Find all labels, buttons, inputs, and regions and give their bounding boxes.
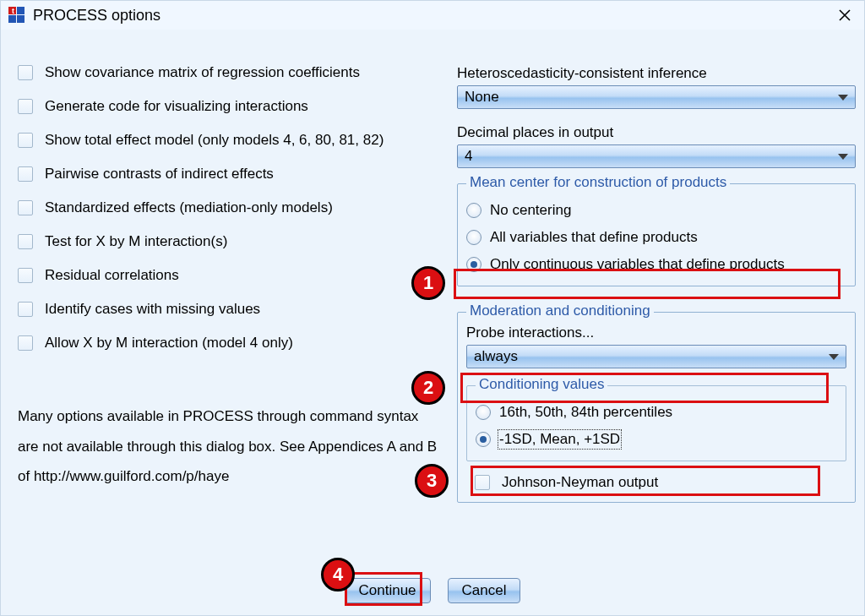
close-icon — [838, 8, 851, 22]
right-column: Heteroscedasticity-consistent inference … — [457, 63, 856, 503]
radio-continuous-vars[interactable]: Only continuous variables that define pr… — [466, 255, 846, 274]
check-pairwise[interactable]: Pairwise contrasts of indirect effects — [18, 165, 440, 183]
syntax-note: Many options available in PROCESS throug… — [18, 401, 440, 492]
check-covariance[interactable]: Show covariance matrix of regression coe… — [18, 63, 440, 82]
checkbox[interactable] — [18, 335, 33, 351]
check-standardized[interactable]: Standardized effects (mediation-only mod… — [18, 199, 440, 217]
probe-value: always — [474, 348, 518, 365]
close-button[interactable] — [830, 3, 859, 27]
svg-rect-2 — [8, 15, 16, 23]
probe-label: Probe interactions... — [466, 324, 846, 341]
titlebar: t PROCESS options — [1, 1, 864, 30]
checkbox[interactable] — [18, 133, 33, 148]
check-viz-code[interactable]: Generate code for visualizing interactio… — [18, 97, 440, 116]
dialog-title: PROCESS options — [33, 7, 830, 25]
checkbox[interactable] — [475, 475, 490, 490]
conditioning-values-group: Conditioning values 16th, 50th, 84th per… — [466, 385, 846, 461]
continue-button[interactable]: Continue — [345, 578, 431, 603]
decimal-label: Decimal places in output — [457, 124, 856, 141]
checkbox[interactable] — [18, 234, 33, 249]
radio-all-vars[interactable]: All variables that define products — [466, 228, 846, 247]
check-total-effect[interactable]: Show total effect model (only models 4, … — [18, 131, 440, 150]
radio-icon[interactable] — [466, 203, 481, 218]
check-xm-interaction-test[interactable]: Test for X by M interaction(s) — [18, 232, 440, 251]
checkbox[interactable] — [18, 99, 33, 114]
checkbox[interactable] — [18, 166, 33, 182]
conditioning-legend: Conditioning values — [476, 376, 607, 393]
chevron-down-icon — [838, 89, 848, 106]
radio-icon[interactable] — [476, 405, 491, 420]
hc-dropdown[interactable]: None — [457, 85, 856, 109]
mean-center-legend: Mean center for construction of products — [466, 174, 730, 191]
checkbox[interactable] — [18, 200, 33, 215]
checkbox[interactable] — [18, 302, 33, 317]
radio-icon[interactable] — [466, 257, 481, 272]
dialog-body: Show covariance matrix of regression coe… — [1, 30, 864, 503]
probe-dropdown[interactable]: always — [466, 345, 846, 368]
check-missing[interactable]: Identify cases with missing values — [18, 300, 440, 319]
cancel-button[interactable]: Cancel — [448, 578, 521, 603]
decimal-dropdown[interactable]: 4 — [457, 144, 856, 168]
chevron-down-icon — [829, 348, 839, 365]
svg-marker-7 — [838, 95, 848, 101]
moderation-legend: Moderation and conditioning — [466, 303, 654, 319]
hc-value: None — [465, 89, 499, 106]
radio-icon[interactable] — [476, 432, 491, 447]
check-residual-corr[interactable]: Residual correlations — [18, 266, 440, 285]
svg-rect-3 — [17, 15, 24, 23]
app-icon: t — [8, 6, 26, 25]
mean-center-group: Mean center for construction of products… — [457, 183, 856, 286]
checkbox[interactable] — [18, 268, 33, 283]
dialog-window: t PROCESS options Show covariance matrix… — [0, 0, 865, 616]
check-johnson-neyman[interactable]: Johnson-Neyman output — [475, 473, 846, 492]
decimal-value: 4 — [465, 148, 472, 165]
chevron-down-icon — [838, 148, 848, 165]
check-allow-xm[interactable]: Allow X by M interaction (model 4 only) — [18, 334, 440, 352]
hc-label: Heteroscedasticity-consistent inference — [457, 65, 856, 82]
radio-sd[interactable]: -1SD, Mean, +1SD — [476, 430, 837, 449]
button-row: Continue Cancel — [1, 578, 864, 603]
svg-text:t: t — [12, 7, 14, 15]
svg-rect-1 — [17, 7, 24, 14]
svg-marker-8 — [838, 154, 848, 160]
radio-percentiles[interactable]: 16th, 50th, 84th percentiles — [476, 403, 837, 422]
radio-no-centering[interactable]: No centering — [466, 201, 846, 220]
checkbox[interactable] — [18, 65, 33, 80]
svg-marker-9 — [829, 354, 839, 360]
radio-icon[interactable] — [466, 230, 481, 245]
moderation-group: Moderation and conditioning Probe intera… — [457, 312, 856, 503]
left-column: Show covariance matrix of regression coe… — [18, 63, 440, 503]
